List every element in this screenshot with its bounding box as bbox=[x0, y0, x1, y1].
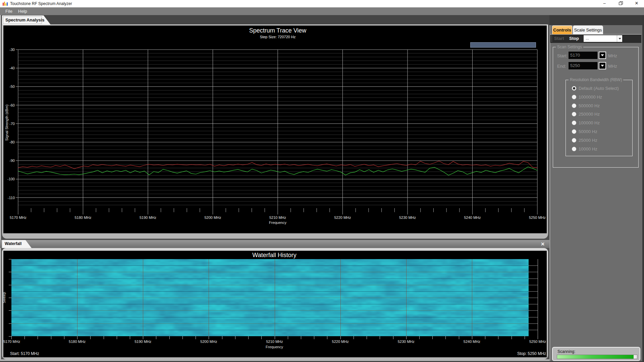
waterfall-x-tick-label: 5170 MHz bbox=[3, 340, 30, 344]
radio-icon bbox=[572, 104, 576, 108]
radio-icon bbox=[572, 112, 576, 116]
tab-scale-settings[interactable]: Scale Settings bbox=[573, 25, 603, 35]
stop-button[interactable]: Stop bbox=[569, 36, 579, 41]
svg-text:5190 MHz: 5190 MHz bbox=[140, 216, 156, 220]
svg-text:-40: -40 bbox=[9, 66, 15, 70]
svg-text:-80: -80 bbox=[9, 140, 15, 144]
svg-text:Signal Strength (dBm): Signal Strength (dBm) bbox=[5, 105, 9, 141]
maximize-button[interactable] bbox=[613, 0, 628, 7]
menu-bar: File Help bbox=[0, 7, 644, 15]
rbw-group: Resolution Bandwidth (RBW) Default (Auto… bbox=[566, 80, 633, 156]
spectrum-plot: -30-40-50-60-70-80-90-100-1105170 MHz518… bbox=[3, 25, 547, 233]
tab-waterfall[interactable]: Waterfall bbox=[2, 240, 32, 248]
rbw-option-label: 50000 Hz bbox=[579, 129, 597, 134]
start-button[interactable]: Start bbox=[554, 36, 564, 41]
radio-icon bbox=[572, 86, 576, 90]
rbw-option-label: Default (Auto Select) bbox=[579, 86, 619, 91]
start-frequency-input[interactable]: 5170 bbox=[569, 52, 597, 59]
svg-text:5180 MHz: 5180 MHz bbox=[74, 216, 91, 220]
rbw-option-label: 10000 Hz bbox=[579, 146, 597, 152]
svg-text:-70: -70 bbox=[9, 122, 15, 126]
svg-text:5220 MHz: 5220 MHz bbox=[334, 216, 351, 220]
rbw-option-label: 1000000 Hz bbox=[579, 95, 602, 100]
close-button[interactable]: ✕ bbox=[629, 0, 644, 7]
svg-text:-50: -50 bbox=[9, 84, 15, 88]
spectrum-panel-frame: Spectrum Trace View Step Size: 720720 Hz… bbox=[2, 24, 548, 239]
svg-text:5250 MHz: 5250 MHz bbox=[529, 216, 546, 220]
rbw-option-label: 250000 Hz bbox=[579, 112, 600, 117]
svg-text:5230 MHz: 5230 MHz bbox=[399, 216, 416, 220]
controls-toolbar: Start Stop ... bbox=[550, 35, 641, 43]
tab-controls[interactable]: Controls bbox=[552, 25, 572, 35]
minimize-button[interactable]: – bbox=[597, 0, 612, 7]
scanning-box: Scanning: bbox=[552, 347, 640, 361]
radio-icon bbox=[572, 138, 576, 142]
svg-text:-90: -90 bbox=[9, 159, 15, 163]
waterfall-xlabel: Frequency bbox=[3, 345, 545, 349]
waterfall-title: Waterfall History bbox=[3, 252, 545, 259]
radio-icon bbox=[572, 147, 576, 151]
radio-icon bbox=[572, 121, 576, 125]
waterfall-x-tick-label: 5230 MHz bbox=[393, 340, 420, 344]
app-icon bbox=[2, 1, 8, 6]
rbw-option-label: 25000 Hz bbox=[579, 138, 597, 143]
window: Touchstone RF Spectrum Analyzer – ✕ File… bbox=[0, 0, 644, 362]
menu-help[interactable]: Help bbox=[18, 9, 27, 14]
scan-settings-group: Scan Settings Start: 5170 MHz End: 5250 … bbox=[553, 47, 639, 168]
svg-text:-30: -30 bbox=[9, 48, 15, 52]
title-bar: Touchstone RF Spectrum Analyzer – ✕ bbox=[0, 0, 644, 7]
svg-text:-110: -110 bbox=[8, 196, 15, 200]
waterfall-panel-frame: Waterfall History 5170 MHz5180 MHz5190 M… bbox=[2, 248, 548, 359]
preset-combobox[interactable]: ... bbox=[584, 35, 622, 42]
svg-text:-100: -100 bbox=[7, 177, 15, 181]
tab-spectrum-analysis[interactable]: Spectrum Analysis bbox=[2, 15, 51, 25]
svg-text:5240 MHz: 5240 MHz bbox=[464, 216, 481, 220]
radio-icon bbox=[572, 129, 576, 134]
scanning-label: Scanning: bbox=[557, 349, 575, 354]
waterfall-x-tick-label: 5250 MHz bbox=[524, 340, 551, 344]
svg-text:5210 MHz: 5210 MHz bbox=[269, 216, 286, 220]
chevron-down-icon bbox=[617, 35, 622, 42]
controls-panel-top bbox=[549, 15, 642, 25]
svg-text:5170 MHz: 5170 MHz bbox=[10, 216, 26, 220]
svg-text:5200 MHz: 5200 MHz bbox=[204, 216, 221, 220]
waterfall-ylabel: Sweep bbox=[2, 271, 6, 324]
window-title: Touchstone RF Spectrum Analyzer bbox=[10, 1, 72, 6]
rbw-option-label: 100000 Hz bbox=[579, 120, 600, 125]
status-start: Start: 5170 MHz bbox=[10, 351, 39, 356]
scanning-progressbar bbox=[557, 355, 637, 359]
close-icon[interactable]: ✕ bbox=[539, 241, 546, 247]
waterfall-x-tick-label: 5180 MHz bbox=[64, 340, 91, 344]
end-frequency-dropdown[interactable] bbox=[599, 62, 606, 69]
spectrum-chart: Spectrum Trace View Step Size: 720720 Hz… bbox=[3, 25, 547, 233]
svg-text:Frequency: Frequency bbox=[269, 221, 286, 225]
waterfall-chart: Waterfall History 5170 MHz5180 MHz5190 M… bbox=[3, 251, 547, 357]
menu-file[interactable]: File bbox=[5, 9, 12, 14]
window-left-edge bbox=[0, 15, 1, 361]
waterfall-x-tick-label: 5200 MHz bbox=[195, 340, 222, 344]
waterfall-tab-strip: Waterfall ✕ bbox=[0, 240, 549, 248]
end-frequency-input[interactable]: 5250 bbox=[569, 62, 597, 69]
status-stop: Stop: 5250 MHz bbox=[517, 351, 546, 356]
radio-icon bbox=[572, 95, 576, 99]
controls-panel: Controls Scale Settings Start Stop ... S… bbox=[549, 15, 642, 361]
waterfall-x-tick-label: 5240 MHz bbox=[459, 340, 485, 344]
waterfall-x-tick-label: 5220 MHz bbox=[327, 340, 354, 344]
window-right-edge bbox=[642, 15, 644, 362]
main-tab-strip: Spectrum Analysis bbox=[0, 15, 549, 25]
start-frequency-dropdown[interactable] bbox=[599, 52, 606, 59]
end-frequency-label: End: bbox=[557, 64, 566, 69]
scanning-progress-fill bbox=[557, 355, 634, 359]
waterfall-canvas bbox=[8, 259, 538, 339]
waterfall-x-tick-label: 5190 MHz bbox=[129, 340, 156, 344]
rbw-option-label: 500000 Hz bbox=[579, 103, 600, 108]
waterfall-x-tick-label: 5210 MHz bbox=[261, 340, 288, 344]
toolbar-grip bbox=[551, 36, 552, 42]
start-frequency-label: Start: bbox=[557, 53, 568, 58]
svg-text:-60: -60 bbox=[9, 103, 15, 107]
